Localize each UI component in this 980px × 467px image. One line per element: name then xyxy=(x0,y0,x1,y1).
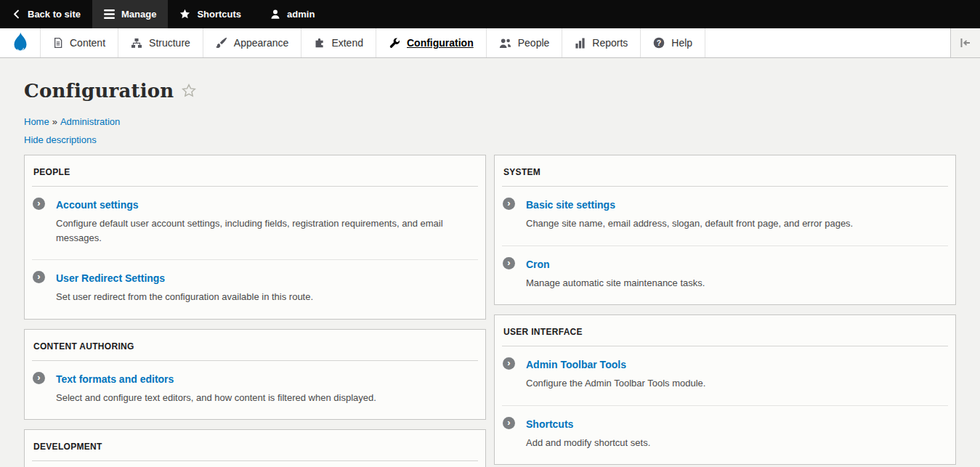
tab-appearance-label: Appearance xyxy=(234,37,289,49)
username-label: admin xyxy=(287,9,315,20)
config-link-text-formats[interactable]: Text formats and editors xyxy=(56,373,174,385)
breadcrumb: Home»Administration xyxy=(0,112,980,127)
config-link-basic-site-settings[interactable]: Basic site settings xyxy=(526,199,615,211)
drupal-home-tab[interactable] xyxy=(0,28,41,57)
config-link-shortcuts[interactable]: Shortcuts xyxy=(526,418,573,430)
tab-configuration[interactable]: Configuration xyxy=(376,28,487,57)
config-description: Configure the Admin Toolbar Tools module… xyxy=(526,376,948,391)
circle-arrow-icon: › xyxy=(503,198,515,210)
config-item-user-redirect-settings: › User Redirect Settings Set user redire… xyxy=(32,259,478,319)
tab-people[interactable]: People xyxy=(487,28,563,57)
tab-reports[interactable]: Reports xyxy=(562,28,641,57)
tab-structure[interactable]: Structure xyxy=(118,28,203,57)
blocks-icon xyxy=(131,38,142,49)
panel-system-title: SYSTEM xyxy=(502,155,948,187)
paintbrush-icon xyxy=(216,37,227,49)
user-icon xyxy=(270,9,280,20)
config-item-text-formats: › Text formats and editors Select and co… xyxy=(32,361,478,420)
manage-label: Manage xyxy=(121,9,156,20)
page-title: Configuration xyxy=(24,80,174,102)
config-description: Configure default user account settings,… xyxy=(56,216,478,245)
tab-reports-label: Reports xyxy=(592,37,628,49)
tab-extend[interactable]: Extend xyxy=(301,28,376,57)
panel-development-title: DEVELOPMENT xyxy=(32,430,478,461)
tab-structure-label: Structure xyxy=(149,37,190,49)
circle-arrow-icon: › xyxy=(503,357,515,370)
panel-development: DEVELOPMENT xyxy=(24,429,486,467)
circle-arrow-icon: › xyxy=(33,271,45,283)
manage-tab[interactable]: Manage xyxy=(92,0,168,28)
config-item-cron: › Cron Manage automatic site maintenance… xyxy=(502,245,948,305)
config-description: Set user redirect from the configuration… xyxy=(56,290,478,304)
menubar-spacer xyxy=(705,28,950,57)
config-link-user-redirect-settings[interactable]: User Redirect Settings xyxy=(56,272,165,284)
config-description: Select and configure text editors, and h… xyxy=(56,391,478,405)
tab-extend-label: Extend xyxy=(331,37,363,49)
panel-content-authoring-title: CONTENT AUTHORING xyxy=(32,330,478,361)
question-icon: ? xyxy=(653,37,665,49)
tab-appearance[interactable]: Appearance xyxy=(203,28,302,57)
config-description: Manage automatic site maintenance tasks. xyxy=(526,276,948,291)
tab-help[interactable]: ? Help xyxy=(641,28,705,57)
panel-user-interface: USER INTERFACE › Admin Toolbar Tools Con… xyxy=(494,314,956,465)
panel-people: PEOPLE › Account settings Configure defa… xyxy=(24,155,486,320)
panel-content-authoring: CONTENT AUTHORING › Text formats and edi… xyxy=(24,329,486,421)
config-link-account-settings[interactable]: Account settings xyxy=(56,199,139,211)
back-to-site-button[interactable]: Back to site xyxy=(0,0,92,28)
back-arrow-icon xyxy=(12,9,21,19)
wrench-icon xyxy=(389,37,400,49)
config-description: Change site name, email address, slogan,… xyxy=(526,216,948,231)
hamburger-icon xyxy=(104,9,115,19)
back-to-site-label: Back to site xyxy=(28,9,81,20)
shortcuts-tab[interactable]: Shortcuts xyxy=(168,0,253,28)
bar-chart-icon xyxy=(575,38,586,49)
user-menu[interactable]: admin xyxy=(259,0,326,28)
config-description: Add and modify shortcut sets. xyxy=(526,436,948,450)
shortcuts-label: Shortcuts xyxy=(197,9,241,20)
page-header: Configuration xyxy=(0,58,980,112)
svg-text:?: ? xyxy=(657,38,661,47)
panel-system: SYSTEM › Basic site settings Change site… xyxy=(494,155,956,305)
collapse-left-icon xyxy=(960,37,971,49)
admin-toolbar: Back to site Manage Shortcuts admin xyxy=(0,0,980,28)
breadcrumb-home-link[interactable]: Home xyxy=(24,116,49,127)
hide-descriptions-link[interactable]: Hide descriptions xyxy=(24,134,97,145)
configuration-panels: PEOPLE › Account settings Configure defa… xyxy=(0,155,980,467)
circle-arrow-icon: › xyxy=(33,372,45,384)
right-column: SYSTEM › Basic site settings Change site… xyxy=(494,155,956,467)
config-link-admin-toolbar-tools[interactable]: Admin Toolbar Tools xyxy=(526,359,626,370)
circle-arrow-icon: › xyxy=(503,257,515,269)
people-icon xyxy=(499,38,511,49)
file-icon xyxy=(53,37,63,49)
toolbar-orientation-toggle[interactable] xyxy=(950,28,980,57)
breadcrumb-administration-link[interactable]: Administration xyxy=(60,116,120,127)
star-outline-icon xyxy=(182,84,196,98)
circle-arrow-icon: › xyxy=(503,417,515,429)
tab-configuration-label: Configuration xyxy=(407,37,474,49)
panel-people-title: PEOPLE xyxy=(32,155,478,187)
left-column: PEOPLE › Account settings Configure defa… xyxy=(24,155,486,467)
config-item-admin-toolbar-tools: › Admin Toolbar Tools Configure the Admi… xyxy=(502,346,948,405)
tab-people-label: People xyxy=(518,37,550,49)
panel-user-interface-title: USER INTERFACE xyxy=(502,315,948,346)
breadcrumb-separator: » xyxy=(52,116,57,127)
tab-content[interactable]: Content xyxy=(41,28,118,57)
tab-content-label: Content xyxy=(70,37,105,49)
star-icon xyxy=(179,9,190,20)
config-item-account-settings: › Account settings Configure default use… xyxy=(32,187,478,259)
drupal-logo xyxy=(12,32,29,54)
config-item-shortcuts: › Shortcuts Add and modify shortcut sets… xyxy=(502,405,948,465)
admin-menubar: Content Structure Appearance Extend Conf… xyxy=(0,28,980,58)
config-item-basic-site-settings: › Basic site settings Change site name, … xyxy=(502,187,948,245)
favorite-shortcut-star[interactable] xyxy=(182,84,196,98)
config-link-cron[interactable]: Cron xyxy=(526,259,550,270)
puzzle-icon xyxy=(314,38,325,49)
tab-help-label: Help xyxy=(671,37,692,49)
circle-arrow-icon: › xyxy=(33,198,45,210)
